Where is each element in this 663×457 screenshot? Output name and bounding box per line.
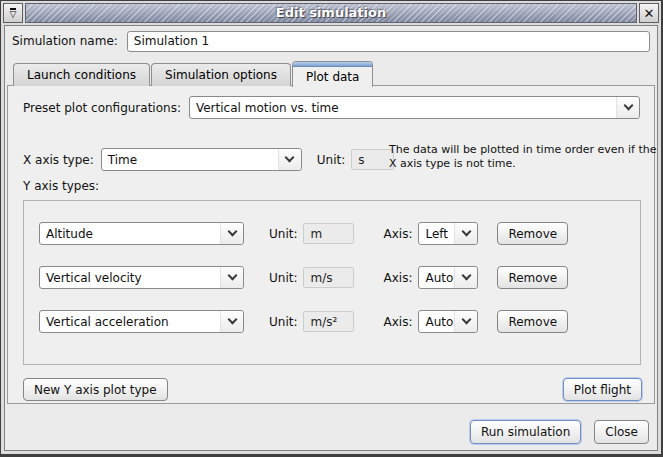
- tab-bar: Launch conditions Simulation options Plo…: [13, 60, 374, 86]
- axis-value: Left: [419, 223, 454, 244]
- dialog-content: Simulation name: Launch conditions Simul…: [4, 25, 658, 451]
- chevron-down-icon: [454, 311, 477, 332]
- axis-select[interactable]: Auto: [418, 310, 478, 333]
- chevron-down-icon: [454, 267, 477, 288]
- tab-label: Launch conditions: [27, 68, 136, 82]
- y-axis-types-group: Altitude Unit: m Axis: Left Remove Verti…: [23, 200, 641, 365]
- close-icon: ✕: [644, 7, 655, 20]
- chevron-down-icon: [454, 223, 477, 244]
- x-unit-label: Unit:: [317, 153, 345, 167]
- remove-button[interactable]: Remove: [497, 266, 568, 289]
- preset-config-select[interactable]: Vertical motion vs. time: [189, 96, 640, 119]
- title-bar[interactable]: ▽ Edit simulation ✕: [3, 3, 659, 23]
- y-type-select[interactable]: Vertical velocity: [39, 266, 244, 289]
- unit-value-field: m/s: [303, 267, 354, 288]
- selected-tab-accent: [293, 62, 372, 67]
- axis-value: Auto: [419, 267, 454, 288]
- close-button[interactable]: Close: [594, 420, 649, 444]
- close-window-button[interactable]: ✕: [639, 3, 659, 23]
- window-menu-button[interactable]: ▽: [3, 3, 23, 23]
- y-axis-row-2: Vertical velocity Unit: m/s Axis: Auto R…: [39, 266, 640, 289]
- dialog-footer: Run simulation Close: [470, 420, 649, 444]
- preset-config-label: Preset plot configurations:: [23, 101, 181, 115]
- x-axis-row: X axis type: Time Unit: s: [23, 148, 394, 171]
- window-menu-icon: ▽: [10, 8, 17, 18]
- remove-button[interactable]: Remove: [497, 310, 568, 333]
- chevron-down-icon: [220, 267, 243, 288]
- simulation-name-row: Simulation name:: [12, 30, 650, 52]
- y-axis-row-3: Vertical acceleration Unit: m/s² Axis: A…: [39, 310, 640, 333]
- tab-launch-conditions[interactable]: Launch conditions: [13, 63, 150, 86]
- unit-value-field: m/s²: [303, 311, 354, 332]
- y-type-value: Vertical velocity: [40, 267, 220, 288]
- preset-config-row: Preset plot configurations: Vertical mot…: [23, 96, 640, 119]
- y-type-select[interactable]: Vertical acceleration: [39, 310, 244, 333]
- unit-label: Unit:: [269, 315, 297, 329]
- unit-value-field: m: [303, 223, 354, 244]
- tab-label: Plot data: [306, 70, 359, 84]
- axis-label: Axis:: [383, 271, 412, 285]
- x-axis-type-select[interactable]: Time: [101, 148, 302, 171]
- tab-simulation-options[interactable]: Simulation options: [151, 63, 291, 86]
- window-title: Edit simulation: [26, 5, 636, 20]
- title-bar-stripes: Edit simulation: [25, 3, 637, 23]
- unit-label: Unit:: [269, 271, 297, 285]
- axis-select[interactable]: Left: [418, 222, 478, 245]
- axis-value: Auto: [419, 311, 454, 332]
- x-axis-type-label: X axis type:: [23, 153, 94, 167]
- axis-label: Axis:: [383, 227, 412, 241]
- plot-data-panel: Preset plot configurations: Vertical mot…: [7, 85, 655, 404]
- chevron-down-icon: [220, 311, 243, 332]
- x-axis-type-value: Time: [102, 149, 278, 170]
- axis-label: Axis:: [383, 315, 412, 329]
- remove-button[interactable]: Remove: [497, 222, 568, 245]
- new-y-axis-plot-type-button[interactable]: New Y axis plot type: [23, 378, 168, 401]
- chevron-down-icon: [220, 223, 243, 244]
- chevron-down-icon: [616, 97, 639, 118]
- preset-config-value: Vertical motion vs. time: [190, 97, 616, 118]
- y-type-select[interactable]: Altitude: [39, 222, 244, 245]
- y-axis-row-1: Altitude Unit: m Axis: Left Remove: [39, 222, 640, 245]
- simulation-name-input[interactable]: [127, 31, 650, 52]
- run-simulation-button[interactable]: Run simulation: [470, 420, 581, 444]
- time-order-note: The data will be plotted in time order e…: [389, 143, 661, 171]
- y-axis-types-label: Y axis types:: [23, 179, 99, 193]
- plot-flight-button[interactable]: Plot flight: [563, 378, 642, 401]
- x-unit-value-field: s: [351, 149, 394, 170]
- unit-label: Unit:: [269, 227, 297, 241]
- chevron-down-icon: [278, 149, 301, 170]
- y-type-value: Vertical acceleration: [40, 311, 220, 332]
- y-type-value: Altitude: [40, 223, 220, 244]
- simulation-name-label: Simulation name:: [12, 34, 118, 48]
- tab-label: Simulation options: [165, 68, 277, 82]
- tab-plot-data[interactable]: Plot data: [292, 61, 373, 87]
- axis-select[interactable]: Auto: [418, 266, 478, 289]
- edit-simulation-dialog: ▽ Edit simulation ✕ Simulation name: Lau…: [0, 0, 663, 457]
